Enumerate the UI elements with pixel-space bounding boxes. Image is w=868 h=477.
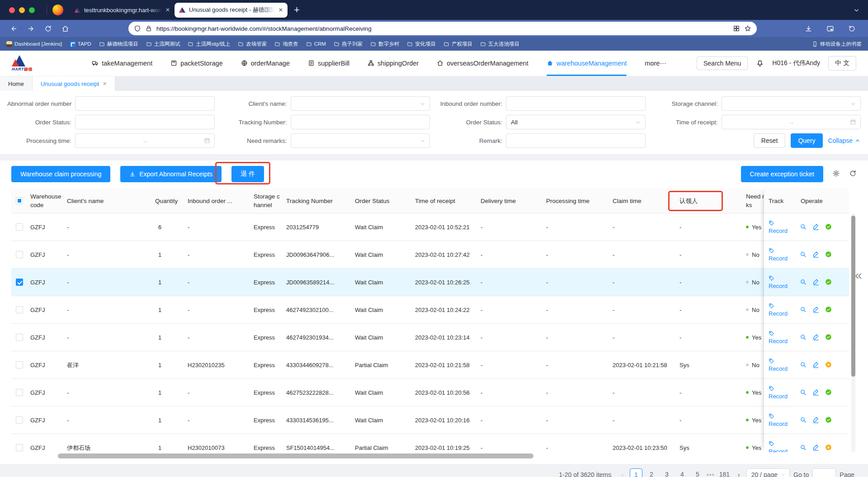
language-toggle-button[interactable]: 中 文 xyxy=(828,56,856,71)
track-record-link[interactable]: Record xyxy=(764,296,798,323)
edit-icon[interactable] xyxy=(812,223,819,231)
hart-logo[interactable]: HART赫德 xyxy=(12,55,61,72)
create-exception-ticket-button[interactable]: Create exception ticket xyxy=(741,166,823,182)
export-abnormal-receipts-button[interactable]: Export Abnormal Receipts xyxy=(120,166,222,182)
status-ok-icon[interactable] xyxy=(825,334,832,341)
vertical-scrollbar[interactable] xyxy=(851,213,855,452)
page-number-2[interactable]: 2 xyxy=(645,468,658,477)
row-checkbox[interactable] xyxy=(16,361,23,368)
row-checkbox[interactable] xyxy=(16,444,23,451)
storage-channel-select[interactable] xyxy=(722,96,861,111)
track-record-link[interactable]: Record xyxy=(764,434,798,452)
home-icon[interactable] xyxy=(58,22,72,35)
nav-item-ordermanage[interactable]: orderManage xyxy=(241,51,290,76)
edit-icon[interactable] xyxy=(812,306,819,313)
status-ok-icon[interactable] xyxy=(825,416,832,424)
track-record-link[interactable]: Record xyxy=(764,241,798,268)
bookmark-item[interactable]: 农场管家 xyxy=(238,41,267,47)
track-record-link[interactable]: Record xyxy=(764,213,798,241)
view-detail-icon[interactable] xyxy=(800,389,807,396)
row-checkbox[interactable] xyxy=(16,251,23,258)
abnormal-order-number-input[interactable] xyxy=(75,96,215,111)
bookmark-item[interactable]: 产权项目 xyxy=(443,41,472,47)
horizontal-scrollbar[interactable] xyxy=(11,453,849,458)
clients-name-select[interactable] xyxy=(291,96,430,111)
mobile-bookmarks[interactable]: 移动设备上的书签 xyxy=(812,41,862,47)
collapse-link[interactable]: Collapse xyxy=(828,137,861,144)
edit-icon[interactable] xyxy=(812,389,819,396)
inbound-order-number-input[interactable] xyxy=(506,96,646,111)
bookmark-item[interactable]: 五大连池项目 xyxy=(480,41,519,47)
collapse-panel-icon[interactable]: « xyxy=(855,269,862,282)
row-checkbox[interactable] xyxy=(16,416,23,424)
edit-icon[interactable] xyxy=(812,279,819,286)
bookmark-item[interactable]: 地查查 xyxy=(274,41,298,47)
tab-close-icon[interactable]: ✕ xyxy=(165,7,170,13)
bookmark-item[interactable]: 土流网测试 xyxy=(146,41,180,47)
window-zoom-button[interactable] xyxy=(29,7,35,13)
time-of-receipt-daterange[interactable]: → xyxy=(722,115,861,129)
goto-page-input[interactable] xyxy=(812,468,836,477)
tab-close-icon[interactable]: ✕ xyxy=(278,7,283,13)
sync-icon[interactable] xyxy=(844,22,859,35)
page-size-select[interactable]: 20 / page xyxy=(746,468,790,477)
row-checkbox[interactable] xyxy=(16,306,23,313)
status-ok-icon[interactable] xyxy=(825,306,832,313)
forward-icon[interactable] xyxy=(24,22,38,35)
page-number-181[interactable]: 181 xyxy=(717,468,731,477)
row-checkbox[interactable] xyxy=(16,389,23,396)
downloads-icon[interactable] xyxy=(801,22,816,35)
tab-unusual-goods-receipt[interactable]: Unusual goods receipt ✕ xyxy=(33,76,116,91)
refresh-icon[interactable] xyxy=(849,170,857,179)
select-all-checkbox[interactable] xyxy=(16,197,23,204)
bookmark-item[interactable]: 数字乡村 xyxy=(370,41,399,47)
status-warning-icon[interactable] xyxy=(825,361,832,368)
order-status-input[interactable] xyxy=(75,115,215,129)
page-number-3[interactable]: 3 xyxy=(660,468,673,477)
nav-item-more[interactable]: more⋯ xyxy=(645,51,666,76)
browser-tab-inactive[interactable]: testtrunkbookingmgr.hart-world ✕ xyxy=(70,3,175,18)
view-detail-icon[interactable] xyxy=(800,223,807,231)
nav-item-overseasordermanagement[interactable]: overseasOrderManagement xyxy=(437,51,528,76)
status-ok-icon[interactable] xyxy=(825,223,832,231)
row-checkbox[interactable] xyxy=(16,279,23,286)
return-item-button[interactable]: 退 件 xyxy=(231,166,264,182)
bookmark-item[interactable]: 土流网stg/线上 xyxy=(188,41,230,47)
track-record-link[interactable]: Record xyxy=(764,269,798,296)
view-detail-icon[interactable] xyxy=(800,361,807,368)
query-button[interactable]: Query xyxy=(791,133,822,148)
firefox-view-icon[interactable] xyxy=(52,5,63,15)
window-close-button[interactable] xyxy=(9,7,15,13)
bookmark-item[interactable]: 赫德物流项目 xyxy=(99,41,138,47)
translate-icon[interactable] xyxy=(733,25,740,32)
edit-icon[interactable] xyxy=(812,251,819,258)
bell-icon[interactable] xyxy=(756,59,764,68)
nav-item-warehousemanagement[interactable]: warehouseManagement xyxy=(547,51,627,76)
nav-item-supplierbill[interactable]: supplierBill xyxy=(308,51,349,76)
search-menu-button[interactable]: Search Menu xyxy=(697,57,748,70)
next-page-icon[interactable]: › xyxy=(735,471,743,477)
edit-icon[interactable] xyxy=(812,334,819,341)
track-record-link[interactable]: Record xyxy=(764,379,798,406)
remark-input[interactable] xyxy=(506,133,646,148)
bookmark-item[interactable]: CRM xyxy=(306,41,326,47)
list-all-tabs-icon[interactable] xyxy=(853,6,863,14)
bookmark-item[interactable]: Dashboard [Jenkins] xyxy=(6,41,62,47)
page-number-5[interactable]: 5 xyxy=(691,468,704,477)
row-checkbox[interactable] xyxy=(16,223,23,231)
status-ok-icon[interactable] xyxy=(825,389,832,396)
view-detail-icon[interactable] xyxy=(800,334,807,341)
browser-tab-active[interactable]: Unusual goods receipt - 赫德国际 ✕ xyxy=(175,3,288,18)
bookmark-item[interactable]: 安化项目 xyxy=(407,41,436,47)
tab-home[interactable]: Home xyxy=(0,76,33,91)
order-status-select[interactable]: All xyxy=(506,115,646,129)
edit-icon[interactable] xyxy=(812,416,819,424)
view-detail-icon[interactable] xyxy=(800,306,807,313)
bookmark-star-icon[interactable] xyxy=(744,25,751,32)
back-icon[interactable] xyxy=(6,22,21,35)
edit-icon[interactable] xyxy=(812,361,819,368)
processing-time-daterange[interactable]: → xyxy=(75,133,215,148)
page-ellipsis[interactable]: ••• xyxy=(707,471,715,477)
warehouse-claim-button[interactable]: Warehouse claim processing xyxy=(11,166,110,182)
gear-icon[interactable] xyxy=(832,170,840,179)
